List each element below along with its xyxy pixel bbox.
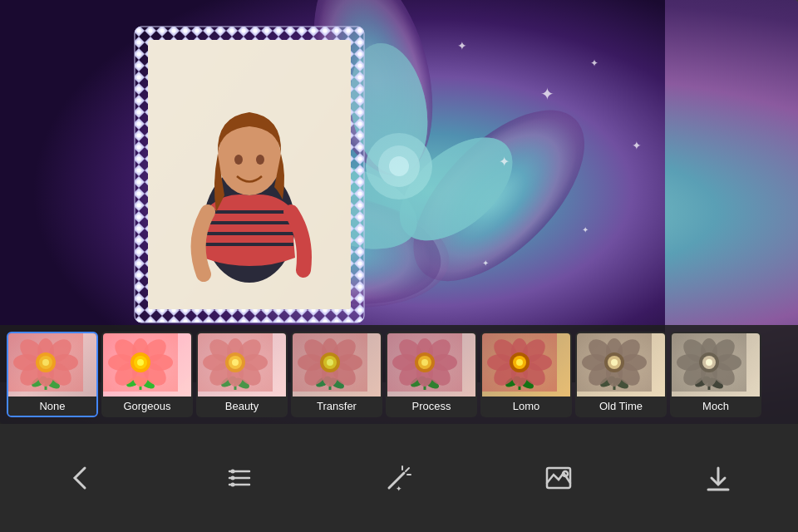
- filter-label-gorgeous: Gorgeous: [103, 397, 191, 416]
- bottom-toolbar: ✦: [0, 424, 798, 532]
- filter-label-transfer: Transfer: [293, 397, 381, 416]
- filter-label-lomo: Lomo: [482, 397, 570, 416]
- filter-label-oldtime: Old Time: [577, 397, 665, 416]
- svg-point-145: [611, 359, 618, 366]
- filter-gorgeous[interactable]: Gorgeous: [101, 332, 193, 417]
- svg-line-169: [406, 468, 409, 471]
- svg-point-100: [327, 359, 333, 366]
- svg-point-70: [137, 359, 144, 366]
- svg-point-160: [706, 359, 712, 366]
- filter-thumb-none: [8, 333, 96, 397]
- filter-thumb-gorgeous: [103, 333, 191, 397]
- filter-strip: None Gorgeous: [0, 325, 798, 424]
- svg-point-166: [231, 483, 235, 487]
- filter-label-beauty: Beauty: [198, 397, 286, 416]
- photo-frame: [133, 25, 366, 324]
- gallery-button[interactable]: [534, 453, 584, 503]
- filter-beauty[interactable]: Beauty: [196, 332, 288, 417]
- svg-text:✦: ✦: [396, 485, 402, 493]
- svg-point-130: [516, 359, 523, 366]
- list-button[interactable]: [214, 453, 264, 503]
- filter-thumb-beauty: [198, 333, 286, 397]
- filter-label-none: None: [8, 397, 96, 416]
- filter-none[interactable]: None: [7, 332, 98, 417]
- effects-button[interactable]: ✦: [374, 453, 424, 503]
- filter-thumb-transfer: [293, 333, 381, 397]
- filter-thumb-process: [387, 333, 475, 397]
- svg-point-55: [42, 359, 49, 366]
- filter-transfer[interactable]: Transfer: [291, 332, 382, 417]
- filter-label-moch: Moch: [672, 397, 760, 416]
- svg-point-164: [231, 470, 235, 474]
- filter-process[interactable]: Process: [386, 332, 477, 417]
- svg-point-165: [231, 476, 235, 480]
- back-button[interactable]: [55, 453, 105, 503]
- filter-oldtime[interactable]: Old Time: [575, 332, 667, 417]
- filter-label-process: Process: [387, 397, 475, 416]
- svg-point-115: [421, 359, 428, 366]
- filter-moch[interactable]: Moch: [670, 332, 761, 417]
- svg-point-85: [232, 359, 239, 366]
- filter-thumb-lomo: [482, 333, 570, 397]
- download-button[interactable]: [693, 453, 743, 503]
- filter-lomo[interactable]: Lomo: [480, 332, 572, 417]
- filter-thumb-oldtime: [577, 333, 665, 397]
- svg-point-40: [256, 155, 264, 165]
- svg-point-39: [234, 155, 243, 165]
- filter-thumb-moch: [672, 333, 760, 397]
